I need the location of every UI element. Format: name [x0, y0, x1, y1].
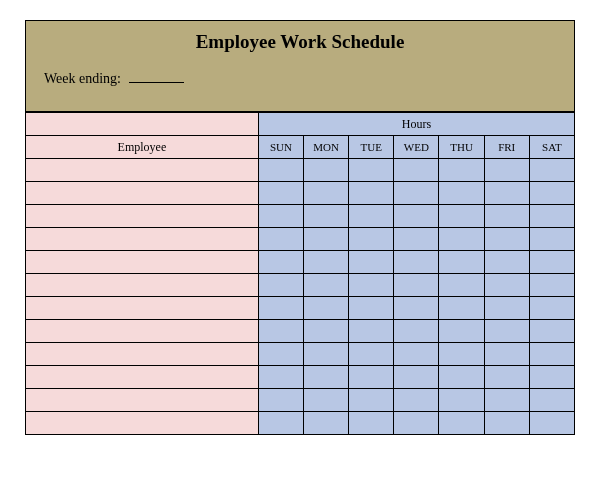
- hours-cell[interactable]: [349, 182, 394, 205]
- hours-cell[interactable]: [303, 205, 348, 228]
- hours-cell[interactable]: [303, 389, 348, 412]
- hours-cell[interactable]: [258, 205, 303, 228]
- employee-cell[interactable]: [26, 251, 259, 274]
- hours-cell[interactable]: [484, 320, 529, 343]
- hours-cell[interactable]: [439, 182, 484, 205]
- employee-cell[interactable]: [26, 343, 259, 366]
- hours-cell[interactable]: [303, 320, 348, 343]
- hours-cell[interactable]: [484, 389, 529, 412]
- hours-cell[interactable]: [349, 343, 394, 366]
- hours-cell[interactable]: [303, 366, 348, 389]
- employee-cell[interactable]: [26, 274, 259, 297]
- employee-cell[interactable]: [26, 159, 259, 182]
- hours-cell[interactable]: [258, 159, 303, 182]
- hours-cell[interactable]: [303, 228, 348, 251]
- hours-cell[interactable]: [258, 389, 303, 412]
- employee-cell[interactable]: [26, 389, 259, 412]
- hours-cell[interactable]: [303, 297, 348, 320]
- hours-cell[interactable]: [394, 389, 439, 412]
- hours-cell[interactable]: [529, 297, 574, 320]
- hours-cell[interactable]: [349, 251, 394, 274]
- hours-cell[interactable]: [258, 251, 303, 274]
- hours-cell[interactable]: [529, 228, 574, 251]
- hours-cell[interactable]: [349, 366, 394, 389]
- hours-cell[interactable]: [484, 228, 529, 251]
- hours-cell[interactable]: [349, 412, 394, 435]
- hours-cell[interactable]: [529, 389, 574, 412]
- hours-cell[interactable]: [529, 343, 574, 366]
- hours-cell[interactable]: [258, 412, 303, 435]
- hours-cell[interactable]: [258, 343, 303, 366]
- hours-cell[interactable]: [529, 320, 574, 343]
- hours-cell[interactable]: [529, 412, 574, 435]
- hours-cell[interactable]: [484, 205, 529, 228]
- hours-cell[interactable]: [349, 274, 394, 297]
- hours-cell[interactable]: [439, 389, 484, 412]
- hours-cell[interactable]: [303, 251, 348, 274]
- hours-cell[interactable]: [394, 297, 439, 320]
- hours-cell[interactable]: [484, 297, 529, 320]
- hours-cell[interactable]: [394, 320, 439, 343]
- hours-cell[interactable]: [439, 297, 484, 320]
- hours-cell[interactable]: [303, 182, 348, 205]
- hours-cell[interactable]: [484, 182, 529, 205]
- hours-cell[interactable]: [303, 412, 348, 435]
- hours-cell[interactable]: [394, 343, 439, 366]
- hours-cell[interactable]: [484, 366, 529, 389]
- hours-cell[interactable]: [394, 366, 439, 389]
- hours-cell[interactable]: [349, 297, 394, 320]
- header-band: Employee Work Schedule Week ending:: [25, 20, 575, 112]
- hours-cell[interactable]: [303, 159, 348, 182]
- hours-cell[interactable]: [439, 205, 484, 228]
- employee-cell[interactable]: [26, 320, 259, 343]
- hours-cell[interactable]: [439, 274, 484, 297]
- hours-cell[interactable]: [439, 343, 484, 366]
- hours-cell[interactable]: [394, 251, 439, 274]
- hours-cell[interactable]: [484, 251, 529, 274]
- hours-cell[interactable]: [394, 412, 439, 435]
- hours-cell[interactable]: [439, 366, 484, 389]
- hours-cell[interactable]: [349, 159, 394, 182]
- hours-cell[interactable]: [258, 366, 303, 389]
- hours-cell[interactable]: [394, 159, 439, 182]
- hours-cell[interactable]: [439, 228, 484, 251]
- hours-cell[interactable]: [529, 182, 574, 205]
- hours-cell[interactable]: [303, 343, 348, 366]
- employee-cell[interactable]: [26, 297, 259, 320]
- employee-cell[interactable]: [26, 228, 259, 251]
- hours-cell[interactable]: [484, 159, 529, 182]
- hours-cell[interactable]: [258, 228, 303, 251]
- hours-cell[interactable]: [349, 228, 394, 251]
- hours-cell[interactable]: [394, 182, 439, 205]
- hours-cell[interactable]: [439, 159, 484, 182]
- hours-cell[interactable]: [394, 228, 439, 251]
- employee-cell[interactable]: [26, 366, 259, 389]
- hours-cell[interactable]: [394, 205, 439, 228]
- week-ending-input[interactable]: [129, 71, 184, 83]
- hours-cell[interactable]: [349, 389, 394, 412]
- hours-cell[interactable]: [394, 274, 439, 297]
- employee-column-header: Employee: [26, 136, 259, 159]
- hours-cell[interactable]: [258, 274, 303, 297]
- hours-cell[interactable]: [258, 320, 303, 343]
- hours-cell[interactable]: [484, 274, 529, 297]
- hours-cell[interactable]: [258, 182, 303, 205]
- hours-cell[interactable]: [439, 251, 484, 274]
- employee-cell[interactable]: [26, 182, 259, 205]
- hours-cell[interactable]: [258, 297, 303, 320]
- hours-cell[interactable]: [439, 412, 484, 435]
- hours-cell[interactable]: [303, 274, 348, 297]
- employee-cell[interactable]: [26, 412, 259, 435]
- hours-cell[interactable]: [349, 205, 394, 228]
- hours-cell[interactable]: [529, 274, 574, 297]
- hours-cell[interactable]: [484, 412, 529, 435]
- hours-cell[interactable]: [349, 320, 394, 343]
- hours-cell[interactable]: [529, 159, 574, 182]
- hours-cell[interactable]: [529, 366, 574, 389]
- hours-cell[interactable]: [484, 343, 529, 366]
- hours-cell[interactable]: [529, 205, 574, 228]
- hours-cell[interactable]: [529, 251, 574, 274]
- hours-cell[interactable]: [439, 320, 484, 343]
- table-row: [26, 412, 575, 435]
- employee-cell[interactable]: [26, 205, 259, 228]
